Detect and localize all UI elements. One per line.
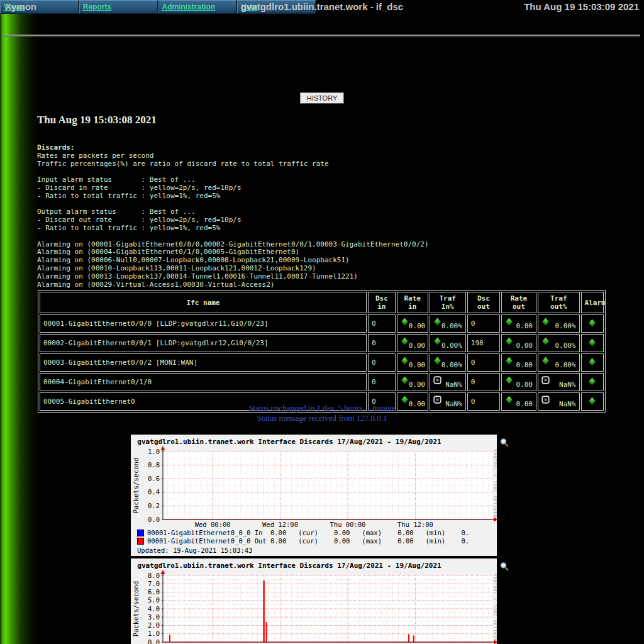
svg-text:8.0: 8.0 xyxy=(148,572,160,579)
svg-text:2.0: 2.0 xyxy=(148,621,160,629)
graph-legend-row: 00001-GigabitEthernet0_0_0 In 0.00 (cur)… xyxy=(137,530,469,536)
rate-out-cell-value: 0.00 xyxy=(516,322,533,330)
svg-text:7.0: 7.0 xyxy=(148,580,160,587)
status-clear-icon xyxy=(541,376,550,384)
discard-spike xyxy=(263,580,265,642)
graph-title: gvatgdlro1.ubiin.tranet.work Interface D… xyxy=(137,562,441,570)
status-ok-icon xyxy=(505,357,513,365)
rate-out-cell: 0.00 xyxy=(501,353,536,372)
traf-out-cell-value: 0.00% xyxy=(555,361,575,369)
status-ok-icon xyxy=(433,357,441,365)
traf-in-cell: 0.00% xyxy=(430,353,466,372)
svg-text:0.2: 0.2 xyxy=(148,502,160,509)
svg-text:3.0: 3.0 xyxy=(148,613,160,621)
rate-in-cell-value: 0.00 xyxy=(409,380,426,389)
svg-text:1.0: 1.0 xyxy=(148,448,160,455)
interface-table: Ifc name Dsc in Rate in Traf In% Dsc out… xyxy=(38,290,606,413)
svg-text:0.0: 0.0 xyxy=(148,516,160,523)
ifc-name-cell: 00003-GigabitEthernet0/0/2 [MONI:WAN] xyxy=(40,353,367,372)
history-button-row: HISTORY xyxy=(0,92,644,104)
rate-out-cell: 0.00 xyxy=(501,314,536,333)
graph-ylabel: Packets/second xyxy=(132,581,140,637)
svg-text:5.0: 5.0 xyxy=(148,596,160,604)
svg-text:Thu 12:00: Thu 12:00 xyxy=(397,521,433,528)
page-header: Xymon gvatgdlro1.ubiin.tranet.work - if_… xyxy=(0,0,644,14)
status-footer-notes: Status unchanged in 1 day, 5 hours, 1 mi… xyxy=(0,403,644,423)
discard-spike xyxy=(408,634,409,642)
rate-out-cell-value: 0.00 xyxy=(516,361,533,369)
zoom-magnifier-icon-1[interactable] xyxy=(500,438,509,448)
svg-text:Thu 00:00: Thu 00:00 xyxy=(330,521,366,528)
traf-out-cell-value: 0.00% xyxy=(555,322,575,330)
col-traf-out: Traf out% xyxy=(538,292,580,313)
status-ok-icon xyxy=(588,319,596,327)
rate-in-cell: 0.00 xyxy=(397,373,428,391)
col-traf-in: Traf In% xyxy=(430,292,466,313)
status-ok-icon xyxy=(401,376,409,384)
rate-out-cell-value: 0.00 xyxy=(516,380,533,389)
status-ok-icon xyxy=(505,337,513,345)
col-rate-out: Rate out xyxy=(501,292,536,313)
traf-out-cell: NaN% xyxy=(538,373,580,391)
table-row: 00002-GigabitEthernet0/0/1 [LLDP:gvatgdl… xyxy=(40,334,604,352)
ifc-name-cell: 00004-GigabitEthernet0/1/0 xyxy=(40,373,367,391)
svg-text:0.6: 0.6 xyxy=(148,475,160,482)
svg-text:0.4: 0.4 xyxy=(148,488,160,496)
ifc-name-cell: 00001-GigabitEthernet0/0/0 [LLDP:gvatgdl… xyxy=(40,314,367,333)
rrd-graph-2[interactable]: 8.07.06.05.04.03.02.01.00.0gvatgdlro1.ub… xyxy=(131,558,497,644)
status-ok-icon xyxy=(541,337,550,345)
dsc-in-cell: 0 xyxy=(368,314,396,333)
discard-spike xyxy=(413,635,414,642)
traf-out-cell: 0.00% xyxy=(538,314,580,333)
dsc-in-cell: 0 xyxy=(368,373,396,391)
traf-in-cell-value: 0.00% xyxy=(441,361,462,369)
svg-text:1.0: 1.0 xyxy=(148,630,160,637)
rate-out-cell-value: 0.00 xyxy=(516,341,533,350)
header-divider xyxy=(4,35,640,36)
status-ok-icon xyxy=(433,337,441,345)
rate-in-cell: 0.00 xyxy=(397,334,428,352)
header-datetime: Thu Aug 19 15:03:09 2021 xyxy=(524,1,639,12)
dsc-in-cell: 0 xyxy=(368,353,396,372)
dsc-out-cell: 0 xyxy=(467,314,500,333)
traf-out-cell: 0.00% xyxy=(538,334,580,352)
status-ok-icon xyxy=(588,377,596,386)
status-ok-icon xyxy=(541,357,550,365)
discard-spike xyxy=(169,635,170,642)
svg-text:Wed 12:00: Wed 12:00 xyxy=(262,521,298,528)
status-message-lines: Rates are packets per second Traffic per… xyxy=(37,152,429,289)
status-ok-icon xyxy=(588,358,596,366)
rate-in-cell-value: 0.00 xyxy=(409,341,426,350)
rate-in-cell: 0.00 xyxy=(397,314,428,333)
rrd-graph-1[interactable]: 1.00.80.60.40.20.0Wed 00:00Wed 12:00Thu … xyxy=(131,435,497,556)
legend-swatch-icon xyxy=(137,538,144,545)
status-unchanged-note: Status unchanged in 1 day, 5 hours, 1 mi… xyxy=(0,403,644,413)
status-ok-icon xyxy=(433,318,441,326)
legend-text: 00001-GigabitEthernet0_0_0 In 0.00 (cur)… xyxy=(147,530,469,536)
status-ok-icon xyxy=(401,337,409,345)
svg-text:0.0: 0.0 xyxy=(148,638,160,644)
rate-in-cell-value: 0.00 xyxy=(409,322,426,330)
legend-text: 00001-GigabitEthernet0_0_0 Out 0.00 (cur… xyxy=(147,538,469,545)
col-ifc-name: Ifc name xyxy=(40,292,367,313)
graph-title: gvatgdlro1.ubiin.tranet.work Interface D… xyxy=(137,438,441,446)
status-ok-icon xyxy=(401,357,409,365)
status-ok-icon xyxy=(588,338,596,347)
traf-in-cell: NaN% xyxy=(430,373,466,391)
traf-out-cell-value: NaN% xyxy=(559,380,576,389)
history-button[interactable]: HISTORY xyxy=(300,92,345,104)
table-row: 00001-GigabitEthernet0/0/0 [LLDP:gvatgdl… xyxy=(40,314,604,333)
ifc-name-cell: 00002-GigabitEthernet0/0/1 [LLDP:gvatgdl… xyxy=(40,334,367,352)
zoom-magnifier-icon-2[interactable] xyxy=(500,562,509,572)
status-received-note: Status message received from 127.0.0.1 xyxy=(0,413,644,423)
table-header-row: Ifc name Dsc in Rate in Traf In% Dsc out… xyxy=(40,292,604,313)
svg-text:Wed 00:00: Wed 00:00 xyxy=(195,521,231,528)
rate-out-cell: 0.00 xyxy=(501,334,536,352)
traf-out-cell: 0.00% xyxy=(538,353,580,372)
graph-ylabel: Packets/second xyxy=(132,458,140,514)
svg-text:0.8: 0.8 xyxy=(148,461,160,469)
discard-spike xyxy=(266,622,267,642)
dsc-out-cell: 0 xyxy=(467,353,500,372)
traf-in-cell: 0.00% xyxy=(430,314,466,333)
legend-swatch-icon xyxy=(137,530,144,536)
